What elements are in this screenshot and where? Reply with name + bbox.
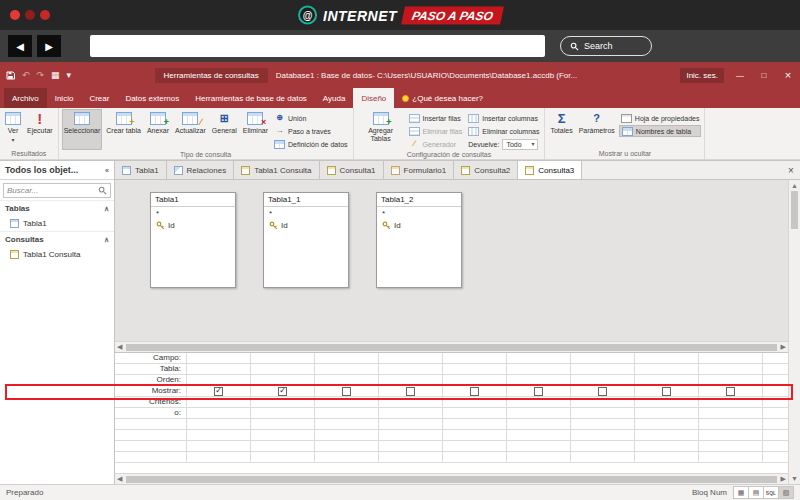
field-item[interactable]: * — [264, 207, 348, 219]
grid-cell[interactable] — [763, 452, 788, 462]
doc-tab-consulta3[interactable]: Consulta3 — [518, 161, 582, 179]
grid-cell[interactable] — [635, 441, 699, 451]
minimize-button[interactable]: — — [728, 62, 752, 88]
grid-cell[interactable] — [187, 452, 251, 462]
ribbon-tab-ayuda[interactable]: Ayuda — [315, 88, 354, 108]
insertar-columnas-button[interactable]: Insertar columnas — [466, 112, 541, 124]
scroll-left-icon[interactable]: ◀ — [117, 475, 122, 483]
nav-item-tabla1-consulta[interactable]: Tabla1 Consulta — [0, 247, 114, 262]
grid-cell[interactable] — [699, 375, 763, 385]
forward-button[interactable]: ▶ — [37, 35, 61, 57]
grid-cell[interactable] — [251, 353, 315, 363]
scrollbar-thumb[interactable] — [126, 476, 776, 483]
datasheet-quick-icon[interactable]: ▦ — [51, 71, 60, 80]
grid-cell[interactable] — [443, 419, 507, 429]
undo-icon[interactable]: ↶ — [22, 71, 30, 80]
grid-cell[interactable] — [187, 353, 251, 363]
actualizar-button[interactable]: ∕Actualizar — [173, 109, 208, 150]
grid-cell[interactable] — [763, 353, 788, 363]
grid-cell[interactable] — [507, 375, 571, 385]
grid-cell[interactable] — [379, 364, 443, 374]
nombres-de-tabla-button[interactable]: Nombres de tabla — [619, 125, 702, 137]
close-object-icon[interactable]: × — [782, 161, 800, 179]
totales-button[interactable]: ΣTotales — [548, 109, 574, 149]
ejecutar-button[interactable]: !Ejecutar — [25, 109, 55, 149]
grid-cell[interactable] — [315, 452, 379, 462]
redo-icon[interactable]: ↷ — [37, 71, 45, 80]
hoja-de-propiedades-button[interactable]: Hoja de propiedades — [619, 112, 702, 124]
grid-cell[interactable] — [443, 441, 507, 451]
grid-cell[interactable] — [763, 364, 788, 374]
grid-cell[interactable] — [571, 386, 635, 396]
doc-tab-consulta1[interactable]: Consulta1 — [320, 161, 384, 179]
grid-cell[interactable] — [571, 375, 635, 385]
grid-cell[interactable] — [315, 353, 379, 363]
scroll-up-icon[interactable]: ▲ — [791, 182, 798, 189]
doc-tab-tabla1[interactable]: Tabla1 — [115, 161, 167, 179]
grid-cell[interactable] — [763, 408, 788, 418]
generador-button[interactable]: ∕Generador — [407, 138, 465, 150]
grid-cell[interactable] — [315, 364, 379, 374]
grid-cell[interactable] — [571, 419, 635, 429]
grid-cell[interactable] — [187, 419, 251, 429]
grid-cell[interactable] — [379, 419, 443, 429]
grid-cell[interactable] — [635, 364, 699, 374]
search-box[interactable]: Search — [560, 36, 652, 56]
query-table-tabla1-1[interactable]: Tabla1_1*Id — [263, 192, 349, 288]
grid-cell[interactable] — [507, 408, 571, 418]
grid-cell[interactable] — [699, 419, 763, 429]
grid-cell[interactable] — [315, 441, 379, 451]
grid-cell[interactable] — [443, 408, 507, 418]
insertar-filas-button[interactable]: Insertar filas — [407, 112, 465, 124]
grid-cell[interactable] — [635, 419, 699, 429]
grid-cell[interactable] — [443, 452, 507, 462]
ribbon-tab-datos-externos[interactable]: Datos externos — [117, 88, 187, 108]
field-item[interactable]: * — [151, 207, 235, 219]
grid-cell[interactable] — [187, 408, 251, 418]
grid-cell[interactable] — [187, 430, 251, 440]
grid-cell[interactable] — [187, 397, 251, 407]
seleccionar-button[interactable]: Seleccionar — [62, 109, 103, 150]
grid-cell[interactable] — [379, 397, 443, 407]
mostrar-checkbox[interactable] — [406, 387, 415, 396]
general-button[interactable]: ⊞General — [210, 109, 239, 150]
grid-cell[interactable] — [763, 430, 788, 440]
grid-cell[interactable] — [763, 386, 788, 396]
grid-cell[interactable] — [379, 375, 443, 385]
scrollbar-thumb[interactable] — [791, 191, 798, 229]
grid-cell[interactable] — [315, 397, 379, 407]
grid-cell[interactable] — [763, 397, 788, 407]
grid-cell[interactable] — [443, 364, 507, 374]
grid-cell[interactable] — [571, 364, 635, 374]
grid-cell[interactable] — [187, 364, 251, 374]
par-metros-button[interactable]: ?Parámetros — [577, 109, 617, 149]
grid-cell[interactable] — [507, 364, 571, 374]
grid-cell[interactable] — [571, 397, 635, 407]
grid-cell[interactable] — [635, 353, 699, 363]
grid-cell[interactable] — [635, 430, 699, 440]
grid-cell[interactable] — [699, 386, 763, 396]
grid-cell[interactable] — [571, 430, 635, 440]
grid-cell[interactable] — [699, 353, 763, 363]
scroll-left-icon[interactable]: ◀ — [117, 343, 122, 351]
mostrar-checkbox[interactable] — [534, 387, 543, 396]
grid-cell[interactable] — [443, 430, 507, 440]
grid-cell[interactable] — [251, 441, 315, 451]
scrollbar-thumb[interactable] — [126, 344, 776, 351]
datasheet-view-button[interactable]: ▦ — [733, 486, 749, 499]
collapse-pane-icon[interactable]: « — [105, 167, 109, 174]
grid-cell[interactable] — [699, 364, 763, 374]
back-button[interactable]: ◀ — [8, 35, 32, 57]
ribbon-tab-herramientas-de-base-de-datos[interactable]: Herramientas de base de datos — [187, 88, 315, 108]
grid-cell[interactable] — [635, 452, 699, 462]
window-dot-maximize[interactable] — [40, 10, 50, 20]
grid-cell[interactable] — [251, 408, 315, 418]
nav-item-tabla1[interactable]: Tabla1 — [0, 216, 114, 231]
grid-cell[interactable] — [699, 441, 763, 451]
grid-cell[interactable] — [251, 419, 315, 429]
grid-cell[interactable] — [315, 430, 379, 440]
sql-view-button[interactable]: SQL — [763, 486, 779, 499]
field-id[interactable]: Id — [151, 219, 235, 231]
grid-cell[interactable] — [571, 353, 635, 363]
grid-cell[interactable] — [507, 386, 571, 396]
